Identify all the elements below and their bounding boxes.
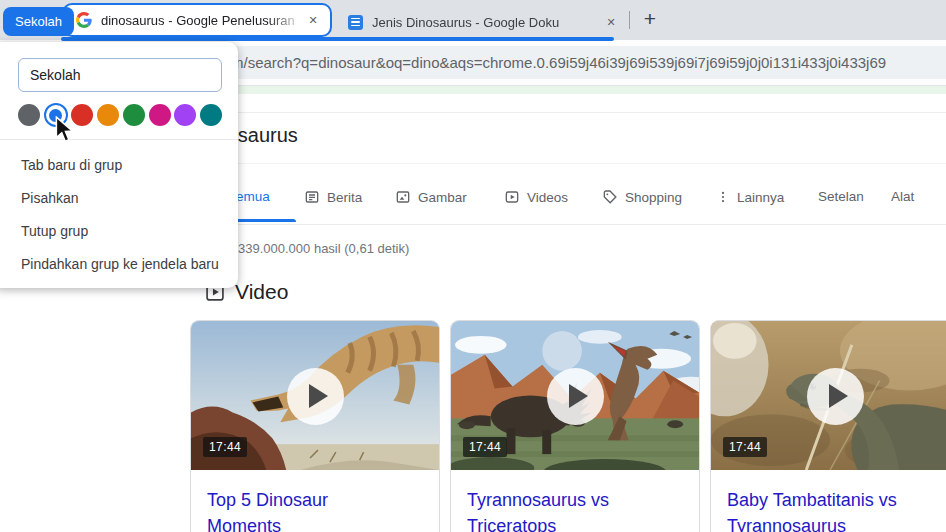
play-icon [569,384,588,408]
color-swatch-cyan[interactable] [200,104,222,126]
result-tab-label: Berita [327,190,362,205]
video-thumbnail[interactable]: 17:44 [451,321,699,470]
color-swatch-purple[interactable] [174,104,196,126]
omnibox[interactable]: m/search?q=dinosaur&oq=dino&aqs=chrome.0… [178,46,946,79]
video-card[interactable]: 17:44 Top 5 Dinosaur Moments [190,320,440,532]
omnibox-url-text: m/search?q=dinosaur&oq=dino&aqs=chrome.0… [231,54,886,71]
group-color-swatches [18,103,222,127]
menu-item-new-tab-in-group[interactable]: Tab baru di grup [0,148,238,181]
tab-title: Jenis Dinosaurus - Google Doku [372,15,602,30]
video-title-link[interactable]: Top 5 Dinosaur Moments [207,487,397,532]
tab-strip: Sekolah dinosaurus - Google Penelusuran … [0,0,946,40]
video-thumbnail[interactable]: 17:44 [711,321,946,470]
shopping-tag-icon [602,189,618,205]
video-card[interactable]: 17:44 Baby Tambatitanis vs Tyrannosaurus [710,320,946,532]
mouse-cursor-icon [54,116,76,148]
close-icon[interactable]: ✕ [304,11,322,29]
result-tab-videos[interactable]: Videos [504,189,568,205]
result-tab-label: Gambar [418,190,467,205]
tab-group-chip[interactable]: Sekolah [3,7,74,36]
play-button[interactable] [287,368,344,425]
result-stats: 339.000.000 hasil (0,61 detik) [238,241,409,256]
tab-group-menu: Tab baru di grup Pisahkan Tutup grup Pin… [0,42,238,288]
video-duration-badge: 17:44 [463,437,507,457]
new-tab-button[interactable]: + [637,7,663,33]
video-title-link[interactable]: Tyrannosaurus vs Triceratops [467,487,657,532]
color-swatch-orange[interactable] [97,104,119,126]
news-icon [304,189,320,205]
result-tab-lainnya[interactable]: Lainnya [716,189,784,205]
video-section-title: Video [235,280,288,304]
video-title-link[interactable]: Baby Tambatitanis vs Tyrannosaurus [727,487,917,532]
tab-inactive-google-docs[interactable]: Jenis Dinosaurus - Google Doku ✕ [340,8,624,36]
menu-item-move-group-to-new-window[interactable]: Pindahkan grup ke jendela baru [0,247,238,280]
image-icon [395,189,411,205]
play-icon [829,384,848,408]
tab-title: dinosaurus - Google Penelusuran [101,13,304,28]
play-button[interactable] [547,368,604,425]
close-icon[interactable]: ✕ [602,13,620,31]
result-tab-setelan[interactable]: Setelan [818,189,864,204]
color-swatch-pink[interactable] [149,104,171,126]
result-tab-label: Setelan [818,189,864,204]
result-tab-label: Shopping [625,190,682,205]
color-swatch-grey[interactable] [18,104,40,126]
group-name-input[interactable] [18,58,222,92]
result-tab-alat[interactable]: Alat [891,189,914,204]
menu-item-ungroup[interactable]: Pisahkan [0,181,238,214]
video-thumbnail[interactable]: 17:44 [191,321,439,470]
tab-strip-divider [629,11,630,29]
menu-divider [0,139,238,140]
color-swatch-green[interactable] [123,104,145,126]
result-tab-label: Videos [527,190,568,205]
result-tab-shopping[interactable]: Shopping [602,189,682,205]
google-docs-icon [348,15,363,30]
google-favicon-icon [76,12,92,28]
more-vertical-icon [716,189,730,205]
video-duration-badge: 17:44 [203,437,247,457]
result-tab-berita[interactable]: Berita [304,189,362,205]
result-tab-gambar[interactable]: Gambar [395,189,467,205]
video-duration-badge: 17:44 [723,437,767,457]
result-tab-label: Alat [891,189,914,204]
video-icon [504,189,520,205]
play-icon [309,384,328,408]
play-button[interactable] [807,368,864,425]
video-card[interactable]: 17:44 Tyrannosaurus vs Triceratops [450,320,700,532]
menu-item-close-group[interactable]: Tutup grup [0,214,238,247]
tab-group-underline [61,37,614,41]
result-tab-label: Lainnya [737,190,784,205]
tab-active-dinosaurus[interactable]: dinosaurus - Google Penelusuran ✕ [62,3,332,37]
